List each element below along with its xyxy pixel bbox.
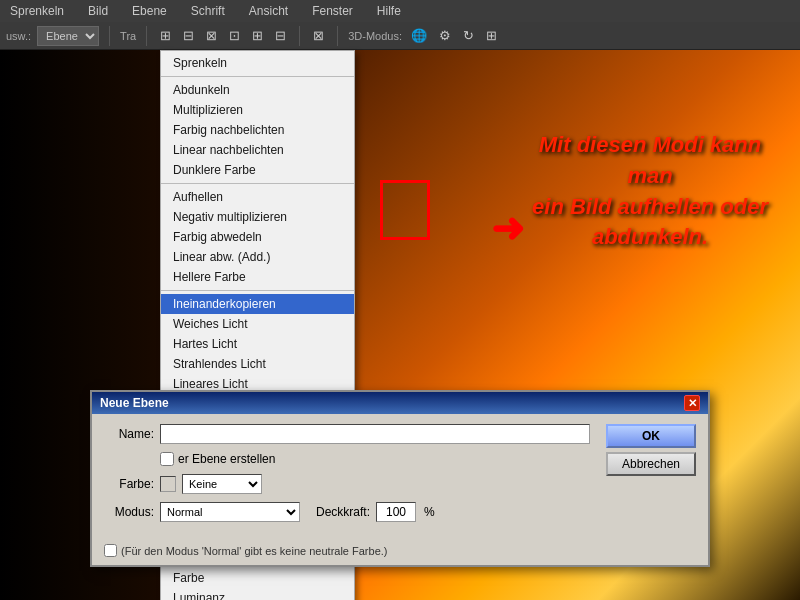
dropdown-item-hartes[interactable]: Hartes Licht — [161, 334, 354, 354]
dialog-body: Name: er Ebene erstellen Farbe: Keine — [92, 414, 708, 540]
dropdown-sep0 — [161, 76, 354, 77]
align-icon-6[interactable]: ⊟ — [272, 26, 289, 45]
dropdown-item-hellere[interactable]: Hellere Farbe — [161, 267, 354, 287]
3d-icon-1[interactable]: 🌐 — [408, 26, 430, 45]
deckkraft-label: Deckkraft: — [316, 505, 370, 519]
toolbar-sep2 — [146, 26, 147, 46]
align-icon-3[interactable]: ⊠ — [203, 26, 220, 45]
dropdown-item-linear-abw[interactable]: Linear abw. (Add.) — [161, 247, 354, 267]
name-row: Name: — [104, 424, 590, 444]
red-arrow: ➜ — [491, 205, 525, 251]
dropdown-item-luminanz[interactable]: Luminanz — [161, 588, 354, 600]
align-icon-4[interactable]: ⊡ — [226, 26, 243, 45]
distribute-icon[interactable]: ⊠ — [310, 26, 327, 45]
dropdown-item-farbig-ab[interactable]: Farbig abwedeln — [161, 227, 354, 247]
dialog-title: Neue Ebene — [100, 396, 169, 410]
dropdown-item-aufhellen[interactable]: Aufhellen — [161, 187, 354, 207]
dialog-close-button[interactable]: ✕ — [684, 395, 700, 411]
menu-sprenkeln[interactable]: Sprenkeln — [4, 2, 70, 20]
align-icon-2[interactable]: ⊟ — [180, 26, 197, 45]
ok-button[interactable]: OK — [606, 424, 696, 448]
dropdown-item-farbe[interactable]: Farbe — [161, 568, 354, 588]
neutral-color-text: (Für den Modus 'Normal' gibt es keine ne… — [121, 545, 388, 557]
neutral-color-checkbox[interactable] — [104, 544, 117, 557]
dropdown-item-dunklere[interactable]: Dunklere Farbe — [161, 160, 354, 180]
dialog-buttons: OK Abbrechen — [606, 424, 696, 530]
menu-ansicht[interactable]: Ansicht — [243, 2, 294, 20]
menu-hilfe[interactable]: Hilfe — [371, 2, 407, 20]
cancel-button[interactable]: Abbrechen — [606, 452, 696, 476]
percent-sign: % — [424, 505, 435, 519]
dropdown-item-sprenkeln[interactable]: Sprenkeln — [161, 53, 354, 73]
toolbar-sep3 — [299, 26, 300, 46]
dropdown-item-ineinander[interactable]: Ineinanderkopieren — [161, 294, 354, 314]
color-swatch — [160, 476, 176, 492]
dropdown-sep2 — [161, 290, 354, 291]
modus-row: Modus: Normal Deckkraft: % — [104, 502, 590, 522]
3d-icon-3[interactable]: ↻ — [460, 26, 477, 45]
clip-label: er Ebene erstellen — [178, 452, 275, 466]
neue-ebene-dialog: Neue Ebene ✕ Name: er Ebene erstellen Fa… — [90, 390, 710, 567]
dropdown-sep1 — [161, 183, 354, 184]
farbe-row: Farbe: Keine — [104, 474, 590, 494]
opacity-input[interactable] — [376, 502, 416, 522]
dropdown-item-negativ[interactable]: Negativ multiplizieren — [161, 207, 354, 227]
dropdown-item-linear-nach[interactable]: Linear nachbelichten — [161, 140, 354, 160]
clip-checkbox[interactable] — [160, 452, 174, 466]
farbe-label: Farbe: — [104, 477, 154, 491]
menu-bild[interactable]: Bild — [82, 2, 114, 20]
align-icon-5[interactable]: ⊞ — [249, 26, 266, 45]
color-select[interactable]: Keine — [182, 474, 262, 494]
toolbar-sep1 — [109, 26, 110, 46]
name-input[interactable] — [160, 424, 590, 444]
dropdown-item-weiches[interactable]: Weiches Licht — [161, 314, 354, 334]
clip-checkbox-area: er Ebene erstellen — [160, 452, 275, 466]
align-icon-1[interactable]: ⊞ — [157, 26, 174, 45]
dropdown-item-strahlendes[interactable]: Strahlendes Licht — [161, 354, 354, 374]
canvas-overlay-text: Mit diesen Modi kann man ein Bild aufhel… — [530, 130, 770, 253]
menu-fenster[interactable]: Fenster — [306, 2, 359, 20]
toolbar-sep4 — [337, 26, 338, 46]
red-rect — [380, 180, 430, 240]
toolbar-label: usw.: — [6, 30, 31, 42]
3d-mode-label: 3D-Modus: — [348, 30, 402, 42]
menu-ebene[interactable]: Ebene — [126, 2, 173, 20]
name-label: Name: — [104, 427, 154, 441]
toolbar-tra: Tra — [120, 30, 136, 42]
3d-icon-4[interactable]: ⊞ — [483, 26, 500, 45]
dialog-titlebar: Neue Ebene ✕ — [92, 392, 708, 414]
modus-select[interactable]: Normal — [160, 502, 300, 522]
dropdown-item-farbig-nach[interactable]: Farbig nachbelichten — [161, 120, 354, 140]
menu-bar: Sprenkeln Bild Ebene Schrift Ansicht Fen… — [0, 0, 800, 22]
toolbar: usw.: Ebene Tra ⊞ ⊟ ⊠ ⊡ ⊞ ⊟ ⊠ 3D-Modus: … — [0, 22, 800, 50]
clip-row: er Ebene erstellen — [104, 452, 590, 466]
dropdown-item-abdunkeln[interactable]: Abdunkeln — [161, 80, 354, 100]
3d-icon-2[interactable]: ⚙ — [436, 26, 454, 45]
layer-select[interactable]: Ebene — [37, 26, 99, 46]
neutral-color-label: (Für den Modus 'Normal' gibt es keine ne… — [104, 544, 696, 557]
dialog-footer: (Für den Modus 'Normal' gibt es keine ne… — [92, 540, 708, 565]
modus-label: Modus: — [104, 505, 154, 519]
dropdown-item-multiplizieren[interactable]: Multiplizieren — [161, 100, 354, 120]
menu-schrift[interactable]: Schrift — [185, 2, 231, 20]
